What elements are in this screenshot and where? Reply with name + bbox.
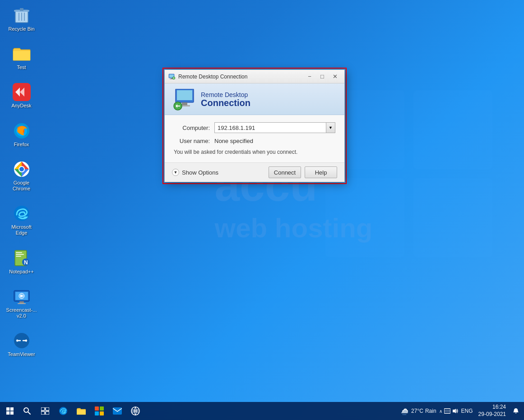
dialog-maximize-btn[interactable]: □	[316, 72, 328, 82]
desktop-icon-label-screencast: Screencast-...v2.0	[6, 307, 37, 319]
computer-field-row: Computer: ▼	[174, 122, 335, 133]
svg-rect-22	[16, 256, 21, 257]
svg-rect-55	[95, 406, 99, 411]
svg-rect-36	[171, 78, 172, 79]
connect-btn[interactable]: Connect	[269, 166, 301, 178]
remote-desktop-dialog: Remote Desktop Connection − □ ✕	[164, 69, 345, 182]
svg-rect-53	[46, 411, 49, 415]
dialog-header-text: Remote Desktop Connection	[201, 91, 250, 107]
dialog-highlight-border: Remote Desktop Connection − □ ✕	[162, 68, 347, 184]
svg-rect-59	[113, 407, 122, 415]
windows-logo-bg	[325, 90, 497, 262]
svg-marker-66	[453, 409, 456, 413]
svg-rect-57	[95, 411, 99, 415]
svg-text:N: N	[24, 259, 28, 266]
dialog-header: Remote Desktop Connection	[165, 83, 344, 115]
dialog-controls: − □ ✕	[304, 72, 341, 82]
taskbar-store-btn[interactable]	[91, 403, 107, 419]
username-value: None specified	[214, 138, 253, 144]
dialog-title-text: Remote Desktop Connection	[178, 74, 304, 80]
desktop-icons: Recycle Bin Test AnyDe	[5, 5, 38, 359]
desktop-icon-anydesk[interactable]: AnyDesk	[5, 81, 38, 111]
dialog-close-btn[interactable]: ✕	[329, 72, 341, 82]
svg-rect-21	[16, 254, 24, 255]
taskbar-network-icon[interactable]	[127, 403, 144, 419]
desktop-icon-label-test: Test	[17, 65, 26, 70]
desktop-icon-google-chrome[interactable]: Google Chrome	[5, 158, 38, 194]
svg-rect-47	[10, 411, 14, 415]
language-indicator[interactable]: ENG	[461, 408, 473, 414]
dialog-info-text: You will be asked for credentials when y…	[174, 149, 335, 155]
svg-rect-46	[6, 411, 9, 415]
desktop-icon-label-microsoft-edge: Microsoft Edge	[6, 224, 37, 236]
svg-rect-44	[6, 407, 9, 411]
taskbar-edge-btn[interactable]	[55, 403, 71, 419]
weather-desc: Rain	[425, 408, 436, 414]
desktop-icon-teamviewer[interactable]: TeamViewer	[5, 330, 38, 359]
desktop-icon-label-anydesk: AnyDesk	[11, 103, 31, 109]
taskbar-right: 27°C Rain ∧ ENG 16:24 29-09-2021	[401, 403, 522, 419]
taskbar-tray: ∧	[439, 408, 459, 414]
dialog-minimize-btn[interactable]: −	[304, 72, 315, 82]
desktop-icon-firefox[interactable]: Firefox	[5, 120, 38, 149]
computer-input-container: ▼	[214, 122, 335, 133]
dialog-body: Computer: ▼ User name: None specified Yo…	[165, 115, 344, 162]
desktop-icon-label-google-chrome: Google Chrome	[6, 180, 37, 192]
taskbar-weather[interactable]: 27°C Rain	[401, 407, 436, 415]
svg-rect-6	[20, 8, 23, 11]
taskbar-search-btn[interactable]	[19, 403, 35, 419]
tray-chevron[interactable]: ∧	[439, 409, 442, 414]
taskbar-explorer-btn[interactable]	[73, 403, 89, 419]
dialog-footer-right: Connect Help	[269, 166, 337, 178]
svg-line-49	[28, 412, 30, 414]
dialog-header-line2: Connection	[201, 98, 250, 107]
username-field-row: User name: None specified	[174, 138, 335, 144]
svg-rect-30	[18, 303, 26, 304]
computer-label: Computer:	[174, 125, 214, 131]
svg-rect-29	[19, 301, 24, 303]
dialog-title-icon	[168, 73, 176, 80]
taskbar-taskview-btn[interactable]	[37, 403, 53, 419]
svg-rect-45	[10, 407, 14, 411]
rdc-icon	[172, 89, 195, 109]
svg-rect-2	[325, 178, 404, 257]
svg-rect-40	[177, 90, 192, 100]
dialog-container: Remote Desktop Connection − □ ✕	[162, 68, 347, 184]
svg-rect-41	[182, 102, 187, 105]
desktop-icon-label-recycle-bin: Recycle Bin	[8, 26, 34, 32]
svg-marker-11	[20, 88, 24, 97]
tray-display-icon	[444, 408, 450, 414]
svg-point-17	[19, 167, 24, 171]
desktop-icon-test[interactable]: Test	[5, 43, 38, 72]
computer-dropdown-btn[interactable]: ▼	[326, 122, 335, 133]
svg-rect-58	[100, 411, 104, 415]
weather-temp: 27°C	[411, 408, 423, 414]
taskbar-clock[interactable]: 16:24 29-09-2021	[476, 403, 509, 419]
dialog-header-line1: Remote Desktop	[201, 91, 250, 98]
clock-date: 29-09-2021	[478, 411, 506, 418]
desktop-icon-screencast[interactable]: Screencast-...v2.0	[5, 286, 38, 321]
show-options-label: Show Options	[182, 169, 218, 176]
dialog-footer: ▼ Show Options Connect Help	[165, 162, 344, 182]
desktop-icon-microsoft-edge[interactable]: Microsoft Edge	[5, 203, 38, 238]
desktop-icon-label-firefox: Firefox	[14, 142, 29, 148]
svg-rect-52	[41, 411, 45, 415]
show-options-btn[interactable]: ▼ Show Options	[172, 169, 218, 176]
show-options-icon: ▼	[172, 169, 179, 176]
username-label: User name:	[174, 138, 214, 144]
svg-rect-51	[46, 407, 49, 411]
tray-volume-icon	[452, 408, 459, 414]
taskbar: 27°C Rain ∧ ENG 16:24 29-09-2021	[0, 402, 524, 420]
clock-time: 16:24	[478, 404, 506, 411]
svg-rect-20	[16, 252, 22, 253]
computer-input[interactable]	[214, 122, 326, 133]
desktop-icon-notepadpp[interactable]: N Notepad++	[5, 247, 38, 277]
help-btn[interactable]: Help	[305, 166, 337, 178]
taskbar-mail-btn[interactable]	[109, 403, 125, 419]
desktop-icon-recycle-bin[interactable]: Recycle Bin	[5, 5, 38, 34]
dialog-titlebar: Remote Desktop Connection − □ ✕	[165, 70, 344, 83]
svg-rect-56	[100, 406, 104, 411]
notification-btn[interactable]	[511, 406, 520, 415]
taskbar-start-btn[interactable]	[2, 403, 18, 419]
svg-rect-50	[41, 407, 45, 411]
